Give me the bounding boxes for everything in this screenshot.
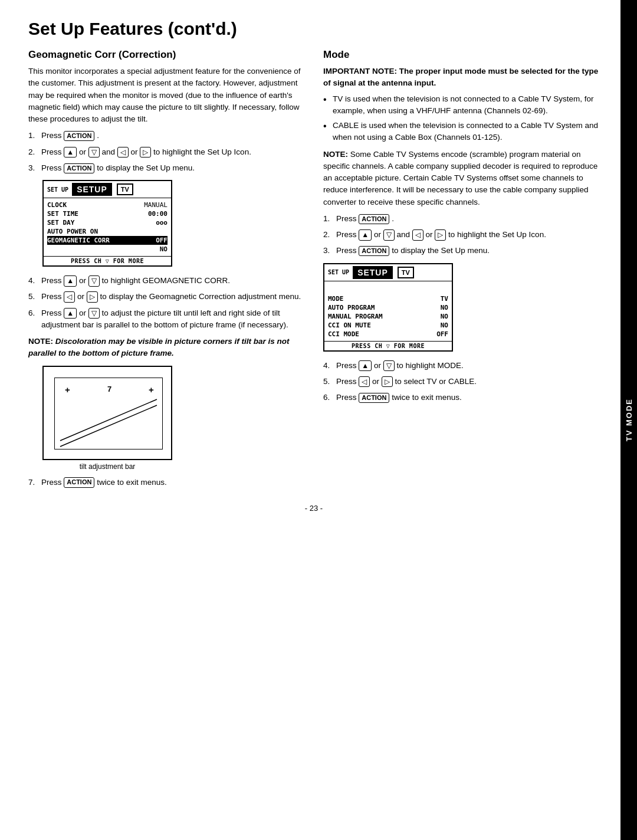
svg-line-1 [60, 405, 157, 447]
tilt-caption: tilt adjustment bar [42, 462, 172, 471]
action-btn-1[interactable]: ACTION [64, 131, 94, 141]
arrow-left-btn-5[interactable]: ◁ [64, 291, 75, 302]
action-btn-r1[interactable]: ACTION [359, 214, 389, 224]
step-1-press: Press [41, 131, 64, 140]
arrow-right-btn-2[interactable]: ▷ [140, 147, 151, 158]
arrow-up-btn-4[interactable]: ▲ [64, 275, 77, 286]
arrow-right-btn-5[interactable]: ▷ [87, 291, 98, 302]
step-4-content: Press ▲ or ▽ to highlight GEOMAGNETIC CO… [41, 275, 304, 287]
step-6-or: or [79, 309, 88, 317]
step-4-press: Press [41, 276, 64, 285]
arrow-down-btn-4[interactable]: ▽ [88, 275, 100, 286]
step-2-press: Press [41, 147, 64, 156]
menu-no-value: NO [160, 245, 168, 253]
svg-line-0 [60, 399, 157, 441]
step-4-or: or [79, 276, 88, 285]
right-step-5-press: Press [336, 377, 359, 386]
arrow-up-btn-r2[interactable]: ▲ [359, 229, 372, 240]
arrow-down-btn-r4[interactable]: ▽ [383, 360, 395, 371]
menu-settime-label: SET TIME [47, 210, 78, 218]
page-title: Set Up Features (cont'd.) [28, 19, 599, 38]
menu-ccimute-value: NO [441, 321, 448, 329]
right-step-2-or1: or [374, 230, 383, 239]
menu-autoprogram-label: AUTO PROGRAM [328, 304, 375, 311]
arrow-up-btn-r4[interactable]: ▲ [359, 360, 372, 371]
left-section-title: Geomagnetic Corr (Correction) [28, 49, 304, 61]
menu-ccimute-label: CCI ON MUTE [328, 321, 371, 329]
menu-body-right: MODE TV AUTO PROGRAM NO MANUAL PROGRAM N… [324, 281, 452, 341]
step-7-num: 7. [28, 477, 41, 488]
right-step-1-content: Press ACTION . [336, 213, 599, 225]
step-1-num: 1. [28, 130, 41, 142]
right-note-block: NOTE: Some Cable TV Systems encode (scra… [323, 149, 599, 208]
step-4: 4. Press ▲ or ▽ to highlight GEOMAGNETIC… [28, 275, 304, 287]
right-step-2-and: and [396, 230, 412, 239]
right-step-4-num: 4. [323, 360, 336, 372]
right-step-3-end: to display the Set Up menu. [392, 246, 490, 255]
arrow-right-btn-r5[interactable]: ▷ [382, 376, 393, 387]
step-1: 1. Press ACTION . [28, 130, 304, 142]
arrow-up-btn-2[interactable]: ▲ [64, 147, 77, 158]
right-steps-1-3: 1. Press ACTION . 2. Press ▲ or [323, 213, 599, 257]
menu-title-right: SETUP [353, 266, 393, 279]
step-2-num: 2. [28, 146, 41, 158]
right-note-label: NOTE: [323, 150, 348, 159]
right-step-6-num: 6. [323, 392, 336, 403]
step-7-end: twice to exit menus. [97, 478, 167, 487]
arrow-down-btn-6[interactable]: ▽ [88, 308, 100, 319]
arrow-left-btn-r2[interactable]: ◁ [412, 229, 423, 240]
menu-geomagcorr-value: OFF [156, 237, 168, 244]
right-step-2-content: Press ▲ or ▽ and ◁ or ▷ to highlight the… [336, 229, 599, 241]
action-btn-r3[interactable]: ACTION [359, 246, 389, 256]
menu-manualprogram-label: MANUAL PROGRAM [328, 313, 383, 320]
action-btn-r6[interactable]: ACTION [359, 393, 389, 403]
arrow-down-btn-2[interactable]: ▽ [88, 147, 100, 158]
step-6-end: to adjust the picture tilt until left an… [41, 309, 288, 329]
menu-mode-label: MODE [328, 295, 344, 303]
bullet-tv: • TV is used when the television is not … [323, 93, 599, 117]
right-step-5-end: to select TV or CABLE. [395, 377, 477, 386]
page-number: - 23 - [28, 504, 599, 513]
action-btn-7[interactable]: ACTION [64, 477, 94, 487]
right-step-5: 5. Press ◁ or ▷ to select TV or CABLE. [323, 376, 599, 388]
right-step-2-or2: or [426, 230, 435, 239]
step-7-content: Press ACTION twice to exit menus. [41, 477, 304, 488]
right-step-4-press: Press [336, 361, 359, 370]
arrow-left-btn-r5[interactable]: ◁ [359, 376, 370, 387]
menu-ccimode-label: CCI MODE [328, 330, 359, 338]
step-1-end: . [97, 131, 99, 140]
step-2-end: to highlight the Set Up Icon. [153, 147, 251, 156]
tilt-diagram: + 7 + [42, 366, 172, 460]
setup-menu-left: SET UP SETUP TV CLOCK MANUAL SET TIME 00… [42, 180, 172, 267]
right-step-1-press: Press [336, 214, 359, 223]
menu-ccimode-value: OFF [436, 330, 448, 338]
right-step-4-content: Press ▲ or ▽ to highlight MODE. [336, 360, 599, 372]
right-important-note: IMPORTANT NOTE: The proper input mode mu… [323, 65, 599, 90]
menu-tv-icon-right: TV [398, 267, 414, 278]
arrow-down-btn-r2[interactable]: ▽ [383, 229, 395, 240]
right-step-4-or: or [374, 361, 383, 370]
arrow-left-btn-2[interactable]: ◁ [117, 147, 129, 158]
step-5-end: to display the Geomagnetic Correction ad… [100, 292, 301, 301]
menu-setday-label: SET DAY [47, 219, 74, 227]
menu-row-ccimute: CCI ON MUTE NO [328, 321, 448, 330]
right-step-2-num: 2. [323, 229, 336, 241]
note-tilt-label: NOTE: [28, 337, 55, 346]
action-btn-3[interactable]: ACTION [64, 163, 94, 173]
menu-row-no: NO [47, 245, 168, 254]
left-steps-4-6: 4. Press ▲ or ▽ to highlight GEOMAGNETIC… [28, 275, 304, 331]
arrow-right-btn-r2[interactable]: ▷ [435, 229, 446, 240]
step-2-or1: or [79, 147, 88, 156]
step-2-content: Press ▲ or ▽ and ◁ or ▷ to highlight the… [41, 146, 304, 158]
right-important-note-text: IMPORTANT NOTE: The proper input mode mu… [323, 67, 598, 87]
arrow-up-btn-6[interactable]: ▲ [64, 308, 77, 319]
step-3-press: Press [41, 163, 64, 172]
menu-row-manualprogram: MANUAL PROGRAM NO [328, 312, 448, 321]
right-step-6-end: twice to exit menus. [392, 393, 462, 402]
step-3-num: 3. [28, 162, 41, 174]
left-steps: 1. Press ACTION . 2. Press ▲ or [28, 130, 304, 174]
menu-settime-value: 00:00 [148, 210, 168, 218]
tilt-number: 7 [107, 385, 111, 393]
menu-body-left: CLOCK MANUAL SET TIME 00:00 SET DAY ooo [44, 198, 171, 256]
menu-autopoweron-label: AUTO POWER ON [47, 228, 98, 235]
